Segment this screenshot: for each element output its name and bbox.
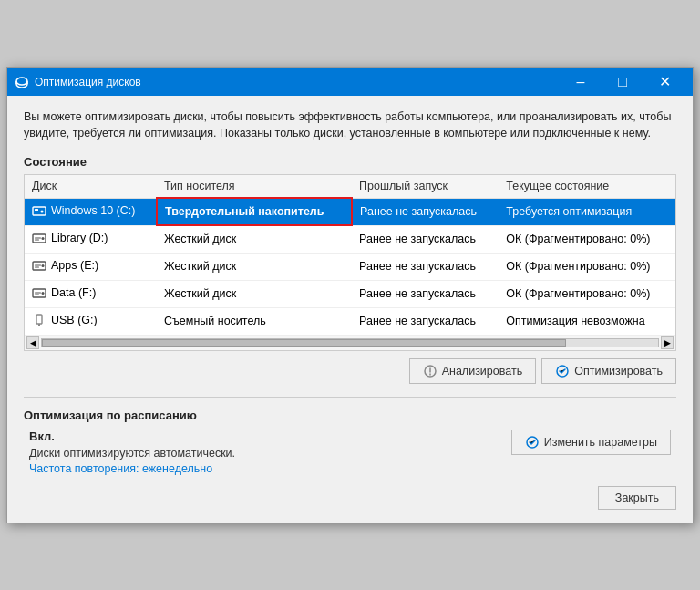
window-title: Оптимизация дисков <box>35 76 560 88</box>
disk-name: Windows 10 (C:) <box>25 198 157 225</box>
disk-type: Съемный носитель <box>157 307 352 335</box>
window-controls: – □ ✕ <box>560 68 685 96</box>
svg-point-7 <box>41 210 44 212</box>
svg-point-1 <box>16 78 27 85</box>
disk-last-run: Ранее не запускалась <box>352 253 499 280</box>
horizontal-scrollbar[interactable]: ◀ ▶ <box>25 336 675 350</box>
svg-rect-15 <box>35 266 39 267</box>
bottom-row: Закрыть <box>24 479 676 513</box>
divider <box>24 397 676 398</box>
schedule-auto-text: Диски оптимизируются автоматически. <box>29 447 511 460</box>
col-last-run: Прошлый запуск <box>352 175 499 198</box>
status-section-label: Состояние <box>24 155 676 169</box>
disk-status: ОК (Фрагментировано: 0%) <box>499 225 675 253</box>
disk-last-run: Ранее не запускалась <box>352 280 499 307</box>
svg-rect-4 <box>33 207 46 215</box>
close-button[interactable]: Закрыть <box>598 486 676 510</box>
schedule-info: Вкл. Диски оптимизируются автоматически.… <box>29 430 511 475</box>
svg-rect-18 <box>35 292 41 293</box>
analyze-button[interactable]: Анализировать <box>409 358 537 384</box>
svg-rect-20 <box>36 315 42 324</box>
scrollbar-track[interactable] <box>41 338 659 347</box>
description-text: Вы можете оптимизировать диски, чтобы по… <box>24 109 676 143</box>
table-header-row: Диск Тип носителя Прошлый запуск Текущее… <box>25 175 675 198</box>
svg-rect-14 <box>35 264 41 265</box>
change-params-icon <box>525 435 540 450</box>
disk-icon-cell: Apps (E:) <box>32 258 98 273</box>
change-params-button[interactable]: Изменить параметры <box>511 430 671 455</box>
svg-point-17 <box>42 292 45 295</box>
col-disk: Диск <box>25 175 157 198</box>
svg-rect-10 <box>35 237 41 238</box>
disk-name: Apps (E:) <box>25 253 157 280</box>
close-window-button[interactable]: ✕ <box>643 68 685 96</box>
svg-point-13 <box>42 264 45 267</box>
disk-status: ОК (Фрагментировано: 0%) <box>499 253 675 280</box>
table-row[interactable]: USB (G:) Съемный носитель Ранее не запус… <box>25 307 675 335</box>
disk-last-run: Ранее не запускалась <box>352 198 499 225</box>
disk-name: Data (F:) <box>25 280 157 307</box>
schedule-section: Оптимизация по расписанию Вкл. Диски опт… <box>24 405 676 479</box>
svg-rect-11 <box>35 239 39 240</box>
disk-table-body: Windows 10 (C:) Твердотельный накопитель… <box>25 198 675 335</box>
window-content: Вы можете оптимизировать диски, чтобы по… <box>7 96 693 523</box>
disk-status: Оптимизация невозможна <box>499 307 675 335</box>
scrollbar-thumb[interactable] <box>42 339 566 347</box>
disk-type: Жесткий диск <box>157 280 352 307</box>
svg-rect-5 <box>35 209 38 211</box>
disk-status: Требуется оптимизация <box>499 198 675 225</box>
table-row[interactable]: Apps (E:) Жесткий диск Ранее не запускал… <box>25 253 675 280</box>
table-row[interactable]: Library (D:) Жесткий диск Ранее не запус… <box>25 225 675 253</box>
scroll-right-arrow[interactable]: ▶ <box>661 336 674 349</box>
hdd-drive-icon <box>32 231 46 245</box>
optimize-icon <box>555 364 570 378</box>
usb-drive-icon <box>32 313 46 327</box>
disk-status: ОК (Фрагментировано: 0%) <box>499 280 675 307</box>
disk-name: USB (G:) <box>25 307 157 335</box>
disk-type: Жесткий диск <box>157 253 352 280</box>
table-row[interactable]: Windows 10 (C:) Твердотельный накопитель… <box>25 198 675 225</box>
svg-point-9 <box>42 237 45 240</box>
disk-icon-cell: Windows 10 (C:) <box>32 203 135 218</box>
schedule-section-label: Оптимизация по расписанию <box>24 409 676 422</box>
maximize-button[interactable]: □ <box>602 68 643 96</box>
svg-rect-19 <box>35 294 39 295</box>
analyze-icon <box>423 364 438 378</box>
disk-type: Жесткий диск <box>157 225 352 253</box>
minimize-button[interactable]: – <box>560 68 602 96</box>
disk-icon-cell: Data (F:) <box>32 285 96 300</box>
disk-last-run: Ранее не запускалась <box>352 307 499 335</box>
table-row[interactable]: Data (F:) Жесткий диск Ранее не запускал… <box>25 280 675 307</box>
disk-icon-cell: USB (G:) <box>32 313 98 327</box>
disk-name: Library (D:) <box>25 225 157 253</box>
schedule-frequency: Частота повторения: еженедельно <box>29 462 511 475</box>
disk-last-run: Ранее не запускалась <box>352 225 499 253</box>
title-bar: Оптимизация дисков – □ ✕ <box>7 68 693 96</box>
scroll-left-arrow[interactable]: ◀ <box>26 336 39 349</box>
disk-icon-cell: Library (D:) <box>32 231 108 245</box>
window-icon <box>15 75 29 89</box>
disk-table-container: Диск Тип носителя Прошлый запуск Текущее… <box>24 174 676 351</box>
col-type: Тип носителя <box>157 175 352 198</box>
schedule-status: Вкл. <box>29 430 511 443</box>
svg-rect-6 <box>35 212 40 212</box>
ssd-drive-icon <box>32 203 46 218</box>
disk-table: Диск Тип носителя Прошлый запуск Текущее… <box>25 175 675 336</box>
hdd-drive-icon <box>32 258 46 273</box>
disk-type: Твердотельный накопитель <box>157 198 352 225</box>
svg-rect-22 <box>36 326 42 326</box>
action-buttons: Анализировать Оптимизировать <box>24 358 676 384</box>
col-status: Текущее состояние <box>499 175 675 198</box>
main-window: Оптимизация дисков – □ ✕ Вы можете оптим… <box>6 67 694 523</box>
optimize-button[interactable]: Оптимизировать <box>541 358 676 384</box>
hdd-drive-icon <box>32 285 46 300</box>
schedule-content: Вкл. Диски оптимизируются автоматически.… <box>24 430 676 475</box>
